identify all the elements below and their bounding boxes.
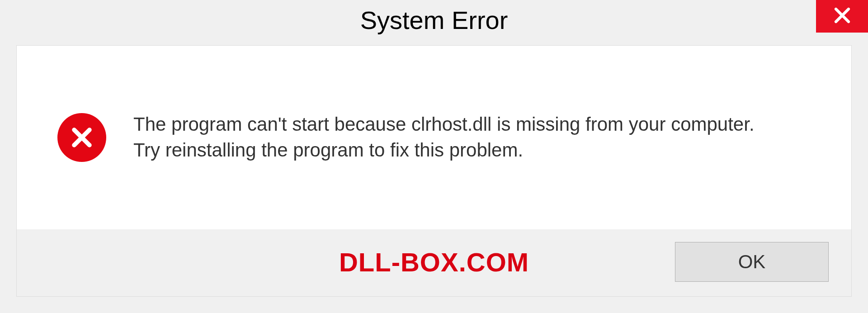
message-body: The program can't start because clrhost.…: [17, 46, 851, 229]
ok-button[interactable]: OK: [675, 242, 829, 282]
content-wrapper: The program can't start because clrhost.…: [0, 45, 868, 313]
close-icon: [833, 6, 852, 27]
dialog-footer: DLL-BOX.COM OK: [17, 229, 851, 296]
error-icon: [57, 113, 106, 162]
close-button[interactable]: [816, 0, 868, 33]
system-error-dialog: System Error The progra: [0, 0, 868, 313]
error-message-line1: The program can't start because clrhost.…: [133, 112, 755, 138]
dialog-title: System Error: [360, 5, 508, 35]
error-message: The program can't start because clrhost.…: [133, 112, 755, 163]
titlebar: System Error: [0, 0, 868, 45]
message-panel: The program can't start because clrhost.…: [16, 45, 852, 297]
watermark-text: DLL-BOX.COM: [339, 247, 529, 277]
error-message-line2: Try reinstalling the program to fix this…: [133, 138, 755, 163]
